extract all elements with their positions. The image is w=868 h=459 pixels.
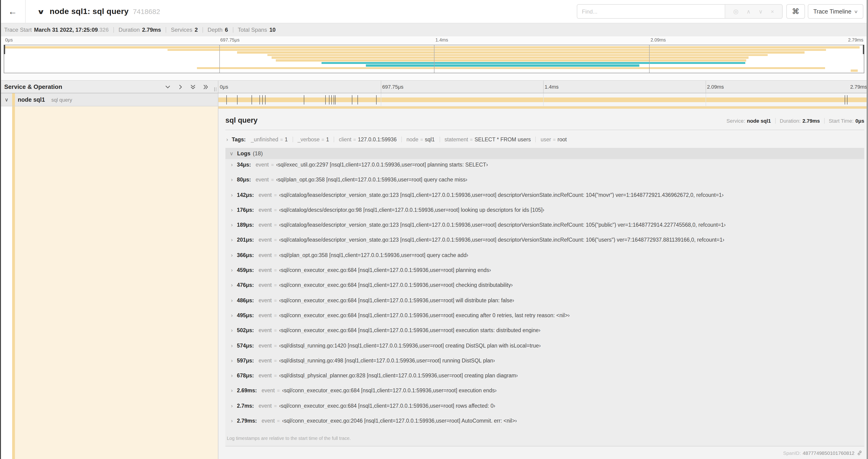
span-color-strip [218, 106, 868, 109]
timeline-ruler: 0μs697.75μs1.4ms2.09ms2.79ms [218, 81, 868, 93]
minimap-span-bar [237, 51, 804, 54]
log-timestamp: 176μs: [237, 207, 254, 213]
log-field-name: event [258, 222, 272, 228]
find-input[interactable] [577, 5, 725, 18]
tags-toggle[interactable]: Tags: [232, 137, 246, 142]
column-resize-handle[interactable] [214, 87, 217, 91]
summary-divider [166, 27, 166, 32]
log-row[interactable]: ›502μs:event=‹sql/conn_executor_exec.go:… [225, 328, 864, 343]
log-row[interactable]: ›459μs:event=‹sql/conn_executor_exec.go:… [225, 267, 864, 283]
minimap-canvas[interactable] [4, 45, 864, 73]
log-marker [237, 95, 238, 104]
trace-view-dropdown[interactable]: Trace Timeline ∨ [808, 4, 863, 19]
chevron-right-icon: › [231, 252, 232, 258]
log-marker [304, 95, 304, 104]
log-row[interactable]: ›34μs:event=‹sql/exec_util.go:2297 [nsql… [225, 162, 864, 177]
chevron-right-icon: › [231, 373, 232, 378]
minimap-left-scrubber[interactable] [4, 45, 5, 54]
collapse-all-icon[interactable] [190, 84, 196, 90]
span-row: ∨ node sql1 sql query [0, 93, 868, 106]
log-marker [329, 95, 330, 104]
span-tree-cell[interactable]: ∨ node sql1 sql query [0, 93, 218, 106]
log-row[interactable]: ›366μs:event=‹sql/plan_opt.go:358 [nsql1… [225, 252, 864, 267]
log-row[interactable]: ›574μs:event=‹sql/distsql_running.go:142… [225, 342, 864, 358]
summary-item: Services2 [171, 26, 198, 33]
log-field-name: event [258, 192, 272, 198]
tag-item: statement=SELECT * FROM users [444, 137, 536, 142]
log-field-name: event [255, 162, 269, 167]
next-match-icon[interactable]: ∨ [758, 9, 763, 14]
service-color-bar [12, 93, 15, 106]
logs-accordion-header[interactable]: ∨ Logs (18) [225, 148, 864, 159]
log-field-value: ‹sql/catalog/lease/descriptor_version_st… [279, 192, 723, 198]
timeline-tick: 0μs [4, 37, 13, 42]
chevron-right-icon: › [231, 313, 232, 318]
spanid-value: 4877749850101760812 [803, 450, 855, 456]
keyboard-shortcuts-button[interactable]: ⌘ [786, 4, 805, 19]
log-timestamp: 597μs: [237, 358, 254, 363]
row-chevron-down-icon[interactable]: ∨ [5, 97, 8, 103]
log-row[interactable]: ›597μs:event=‹sql/distsql_running.go:498… [225, 358, 864, 373]
log-row[interactable]: ›189μs:event=‹sql/catalog/lease/descript… [225, 222, 864, 237]
tag-item: user=root [540, 137, 571, 142]
log-marker [265, 95, 266, 104]
log-row[interactable]: ›486μs:event=‹sql/conn_executor_exec.go:… [225, 297, 864, 313]
log-field-name: event [258, 207, 272, 213]
logs-footer-note: Log timestamps are relative to the start… [225, 433, 864, 445]
collapse-trace-chevron-icon[interactable]: ∨ [37, 8, 45, 15]
log-row[interactable]: ›476μs:event=‹sql/conn_executor_exec.go:… [225, 283, 864, 298]
log-row[interactable]: ›142μs:event=‹sql/catalog/lease/descript… [225, 192, 864, 207]
log-field-name: event [258, 237, 272, 243]
summary-divider [203, 27, 203, 32]
log-field-name: event [258, 342, 272, 348]
deep-link-icon[interactable] [857, 450, 862, 456]
expand-one-icon[interactable] [177, 84, 183, 90]
collapse-one-icon[interactable] [165, 84, 171, 90]
log-field-name: event [258, 373, 272, 378]
span-name: sql query [225, 116, 257, 125]
log-row[interactable]: ›2.7ms:event=‹sql/conn_executor_exec.go:… [225, 403, 864, 418]
minimap-right-scrubber[interactable] [863, 45, 864, 54]
log-field-value: ‹sql/plan_opt.go:358 [nsql1,client=127.0… [279, 252, 468, 258]
back-button[interactable]: ← [0, 0, 26, 23]
grid-line [706, 93, 706, 106]
span-detail-row: sql query Service:node sql1Duration:2.79… [0, 106, 868, 459]
log-field-value: ‹sql/conn_executor_exec.go:684 [nsql1,cl… [279, 403, 495, 408]
spanid-label: SpanID: [783, 450, 801, 456]
log-row[interactable]: ›495μs:event=‹sql/conn_executor_exec.go:… [225, 313, 864, 328]
expand-all-icon[interactable] [203, 84, 209, 90]
header-controls: ◎ ∧ ∨ × ⌘ Trace Timeline ∨ [577, 4, 863, 19]
log-timestamp: 34μs: [237, 162, 251, 167]
chevron-right-icon: › [231, 162, 232, 167]
timeline-tick: 0μs [218, 84, 228, 90]
span-overview: Service:node sql1Duration:2.79msStart Ti… [726, 118, 864, 124]
minimap-span-bar [366, 64, 640, 66]
log-timestamp: 189μs: [237, 222, 254, 228]
summary-item: Depth6 [208, 26, 228, 33]
grid-line [381, 93, 381, 106]
timeline-tick: 2.09ms [706, 84, 724, 90]
overview-item: Service:node sql1 [726, 118, 771, 124]
chevron-right-icon[interactable]: › [226, 137, 228, 142]
tag-item: client=127.0.0.1:59936 [339, 137, 402, 142]
log-row[interactable]: ›678μs:event=‹sql/distsql_physical_plann… [225, 373, 864, 388]
clear-find-icon[interactable]: × [771, 9, 774, 14]
log-row[interactable]: ›201μs:event=‹sql/catalog/lease/descript… [225, 237, 864, 252]
page-title: node sql1: sql query [50, 7, 129, 16]
detail-tinted-backdrop [15, 106, 218, 459]
prev-match-icon[interactable]: ∧ [746, 9, 751, 14]
log-row[interactable]: ›2.79ms:event=‹sql/conn_executor_exec.go… [225, 418, 864, 433]
summary-item: Trace StartMarch 31 2022, 17:25:09.326 [4, 26, 109, 33]
grid-line [434, 45, 434, 73]
jaeger-trace-page: ← ∨ node sql1: sql query 7418682 ◎ ∧ ∨ ×… [0, 0, 868, 459]
window-right-edge [867, 0, 868, 459]
locate-icon[interactable]: ◎ [733, 8, 739, 14]
log-field-value: ‹sql/catalog/descs/descriptor.go:98 [nsq… [279, 207, 545, 213]
log-row[interactable]: ›80μs:event=‹sql/plan_opt.go:358 [nsql1,… [225, 177, 864, 192]
minimap-span-bar [197, 67, 825, 69]
log-field-value: ‹sql/catalog/lease/descriptor_version_st… [279, 237, 724, 243]
log-row[interactable]: ›176μs:event=‹sql/catalog/descs/descript… [225, 207, 864, 222]
tag-item: _verbose=1 [298, 137, 334, 142]
chevron-right-icon: › [231, 237, 232, 243]
log-row[interactable]: ›2.69ms:event=‹sql/conn_executor_exec.go… [225, 388, 864, 403]
